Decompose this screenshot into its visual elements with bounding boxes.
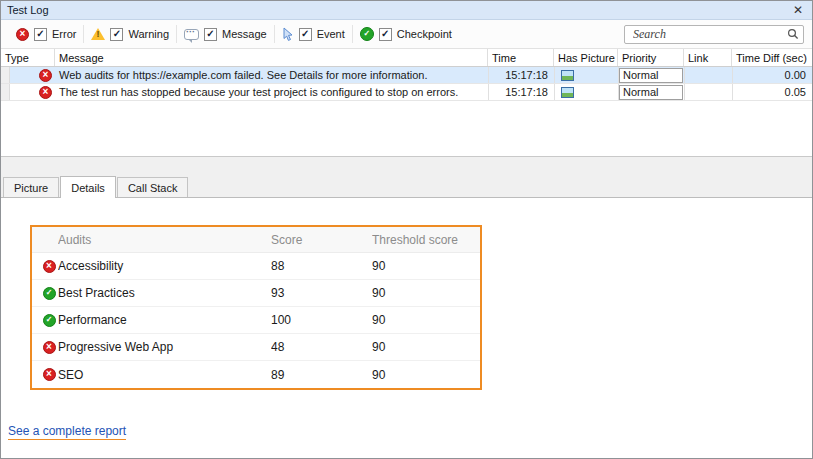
filter-toolbar: Error Warning Message Event Checkpoint [1,20,812,49]
audit-row: Performance 100 90 [32,307,480,334]
column-header-audits: Audits [58,233,271,247]
filter-label-event: Event [317,28,345,40]
checkpoint-checkbox[interactable] [379,28,392,41]
tab-label: Picture [14,182,48,194]
audit-name: Best Practices [58,286,271,300]
search-box [624,25,804,44]
time-diff-cell: 0.00 [732,67,812,83]
audit-score: 48 [271,340,372,354]
tab-label: Call Stack [128,182,178,194]
type-cell [1,67,55,83]
tab-details[interactable]: Details [60,176,116,198]
column-header-message[interactable]: Message [55,49,488,66]
audit-table: Audits Score Threshold score Accessibili… [30,225,482,390]
link-cell [684,67,732,83]
message-checkbox[interactable] [204,28,217,41]
tab-picture[interactable]: Picture [3,177,59,197]
audit-row: Best Practices 93 90 [32,280,480,307]
audit-table-header: Audits Score Threshold score [32,227,480,253]
audit-row: Accessibility 88 90 [32,253,480,280]
status-icon [43,260,56,273]
filter-checkpoint: Checkpoint [353,27,459,41]
audit-name: SEO [58,368,271,382]
audit-name: Performance [58,313,271,327]
error-icon [39,69,52,82]
tab-label: Details [71,182,105,194]
status-icon [43,287,56,300]
type-cell [1,84,55,100]
detail-tabs: Picture Details Call Stack [1,157,812,197]
column-header-has-picture[interactable]: Has Picture [554,49,618,66]
column-header-threshold: Threshold score [372,233,480,247]
has-picture-cell [554,84,618,100]
audit-row: SEO 89 90 [32,361,480,388]
column-header-time[interactable]: Time [488,49,554,66]
event-checkbox[interactable] [299,28,312,41]
warning-icon [91,28,105,40]
event-icon [282,27,294,41]
error-icon [16,28,29,41]
picture-icon [561,87,574,98]
titlebar: Test Log [1,1,812,20]
audit-threshold: 90 [372,313,480,327]
log-grid-header: Type Message Time Has Picture Priority L… [1,49,812,67]
filter-message: Message [177,28,274,41]
row-gutter [1,84,10,100]
status-icon [43,341,56,354]
log-row[interactable]: The test run has stopped because your te… [1,84,812,101]
log-time: 15:17:18 [488,67,554,83]
audit-name: Accessibility [58,259,271,273]
priority-cell: Normal [618,84,684,100]
column-header-link[interactable]: Link [684,49,732,66]
log-time: 15:17:18 [488,84,554,100]
test-log-window: Test Log Error Warning Message Event [0,0,813,459]
link-cell [684,84,732,100]
row-gutter [1,67,10,83]
filter-label-error: Error [52,28,76,40]
filter-label-warning: Warning [128,28,169,40]
audit-score: 89 [271,368,372,382]
error-icon [39,86,52,99]
status-icon [43,368,56,381]
filter-event: Event [275,27,352,41]
column-header-priority[interactable]: Priority [618,49,684,66]
column-header-type[interactable]: Type [1,49,55,66]
warning-checkbox[interactable] [110,28,123,41]
checkpoint-icon [360,27,374,41]
log-message: The test run has stopped because your te… [55,84,488,100]
audit-row: Progressive Web App 48 90 [32,334,480,361]
audit-score: 100 [271,313,372,327]
log-message: Web audits for https://example.com faile… [55,67,488,83]
has-picture-cell [554,67,618,83]
audit-name: Progressive Web App [58,340,271,354]
audit-threshold: 90 [372,368,480,382]
details-panel: Audits Score Threshold score Accessibili… [1,197,812,458]
filter-label-checkpoint: Checkpoint [397,28,452,40]
time-diff-cell: 0.05 [732,84,812,100]
audit-score: 88 [271,259,372,273]
picture-icon [561,70,574,81]
search-icon[interactable] [787,28,799,40]
filter-label-message: Message [222,28,267,40]
tab-call-stack[interactable]: Call Stack [117,177,189,197]
message-icon [184,29,199,40]
log-grid-empty-area [1,101,812,156]
column-header-score: Score [271,233,372,247]
column-header-time-diff[interactable]: Time Diff (sec) [732,49,812,66]
log-grid: Type Message Time Has Picture Priority L… [1,49,812,157]
log-row[interactable]: Web audits for https://example.com faile… [1,67,812,84]
close-icon[interactable] [790,3,806,18]
search-input[interactable] [631,26,787,43]
audit-threshold: 90 [372,340,480,354]
filter-error: Error [9,28,83,41]
audit-threshold: 90 [372,286,480,300]
report-link[interactable]: See a complete report [8,424,126,440]
window-title: Test Log [7,4,49,16]
priority-cell: Normal [618,67,684,83]
audit-score: 93 [271,286,372,300]
audit-threshold: 90 [372,259,480,273]
filter-warning: Warning [84,28,176,41]
status-icon [43,314,56,327]
error-checkbox[interactable] [34,28,47,41]
